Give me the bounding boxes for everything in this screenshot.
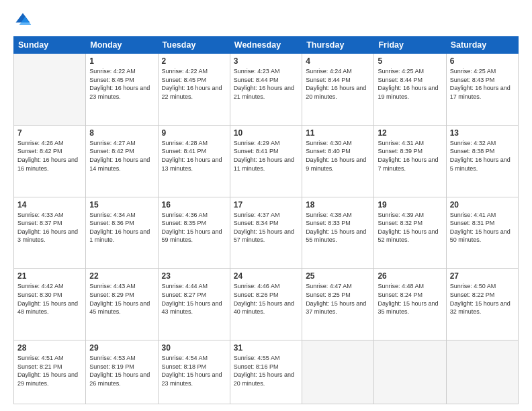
calendar-cell: 28Sunrise: 4:51 AMSunset: 8:21 PMDayligh… [14, 340, 86, 404]
calendar-week-row: 21Sunrise: 4:42 AMSunset: 8:30 PMDayligh… [14, 269, 519, 340]
calendar-week-row: 14Sunrise: 4:33 AMSunset: 8:37 PMDayligh… [14, 197, 519, 269]
day-number: 27 [450, 271, 515, 281]
calendar-cell: 20Sunrise: 4:41 AMSunset: 8:31 PMDayligh… [446, 197, 518, 269]
weekday-header: Saturday [446, 37, 518, 54]
day-info: Sunrise: 4:25 AMSunset: 8:43 PMDaylight:… [450, 67, 515, 101]
calendar-cell: 26Sunrise: 4:48 AMSunset: 8:24 PMDayligh… [374, 269, 446, 340]
day-info: Sunrise: 4:22 AMSunset: 8:45 PMDaylight:… [89, 67, 154, 101]
day-info: Sunrise: 4:39 AMSunset: 8:32 PMDaylight:… [378, 211, 442, 244]
weekday-header: Tuesday [158, 37, 230, 54]
calendar-cell: 23Sunrise: 4:44 AMSunset: 8:27 PMDayligh… [158, 269, 230, 340]
day-number: 20 [450, 200, 515, 210]
day-number: 2 [162, 56, 226, 66]
weekday-header: Thursday [302, 37, 374, 54]
day-info: Sunrise: 4:44 AMSunset: 8:27 PMDaylight:… [162, 282, 226, 316]
day-info: Sunrise: 4:37 AMSunset: 8:34 PMDaylight:… [234, 211, 298, 244]
day-number: 13 [450, 128, 515, 138]
calendar-cell: 5Sunrise: 4:25 AMSunset: 8:44 PMDaylight… [374, 54, 446, 126]
calendar-cell: 10Sunrise: 4:29 AMSunset: 8:41 PMDayligh… [230, 125, 302, 197]
calendar-cell: 17Sunrise: 4:37 AMSunset: 8:34 PMDayligh… [230, 197, 302, 269]
logo-icon [13, 11, 32, 30]
page: SundayMondayTuesdayWednesdayThursdayFrid… [0, 0, 532, 411]
weekday-header-row: SundayMondayTuesdayWednesdayThursdayFrid… [14, 37, 519, 54]
calendar-cell: 6Sunrise: 4:25 AMSunset: 8:43 PMDaylight… [446, 54, 518, 126]
day-number: 16 [162, 200, 226, 210]
day-number: 12 [378, 128, 442, 138]
calendar-cell: 1Sunrise: 4:22 AMSunset: 8:45 PMDaylight… [86, 54, 158, 126]
day-number: 17 [234, 200, 298, 210]
calendar-cell: 3Sunrise: 4:23 AMSunset: 8:44 PMDaylight… [230, 54, 302, 126]
calendar-cell: 8Sunrise: 4:27 AMSunset: 8:42 PMDaylight… [86, 125, 158, 197]
calendar-cell: 16Sunrise: 4:36 AMSunset: 8:35 PMDayligh… [158, 197, 230, 269]
calendar-cell: 14Sunrise: 4:33 AMSunset: 8:37 PMDayligh… [14, 197, 86, 269]
logo [13, 11, 35, 30]
day-info: Sunrise: 4:46 AMSunset: 8:26 PMDaylight:… [234, 282, 298, 316]
calendar-cell: 24Sunrise: 4:46 AMSunset: 8:26 PMDayligh… [230, 269, 302, 340]
day-info: Sunrise: 4:53 AMSunset: 8:19 PMDaylight:… [89, 354, 154, 387]
calendar-week-row: 28Sunrise: 4:51 AMSunset: 8:21 PMDayligh… [14, 340, 519, 404]
calendar-cell: 18Sunrise: 4:38 AMSunset: 8:33 PMDayligh… [302, 197, 374, 269]
calendar-cell: 7Sunrise: 4:26 AMSunset: 8:42 PMDaylight… [14, 125, 86, 197]
day-info: Sunrise: 4:55 AMSunset: 8:16 PMDaylight:… [234, 354, 298, 387]
calendar-cell: 31Sunrise: 4:55 AMSunset: 8:16 PMDayligh… [230, 340, 302, 404]
day-number: 28 [17, 343, 82, 353]
calendar-cell: 13Sunrise: 4:32 AMSunset: 8:38 PMDayligh… [446, 125, 518, 197]
day-info: Sunrise: 4:31 AMSunset: 8:39 PMDaylight:… [378, 139, 442, 173]
day-number: 11 [306, 128, 370, 138]
day-number: 30 [162, 343, 226, 353]
day-number: 18 [306, 200, 370, 210]
day-number: 26 [378, 271, 442, 281]
day-info: Sunrise: 4:25 AMSunset: 8:44 PMDaylight:… [378, 67, 442, 101]
day-info: Sunrise: 4:48 AMSunset: 8:24 PMDaylight:… [378, 282, 442, 316]
day-info: Sunrise: 4:34 AMSunset: 8:36 PMDaylight:… [89, 211, 154, 244]
calendar-cell: 12Sunrise: 4:31 AMSunset: 8:39 PMDayligh… [374, 125, 446, 197]
day-number: 10 [234, 128, 298, 138]
day-number: 15 [89, 200, 154, 210]
weekday-header: Friday [374, 37, 446, 54]
day-number: 8 [89, 128, 154, 138]
day-info: Sunrise: 4:32 AMSunset: 8:38 PMDaylight:… [450, 139, 515, 173]
calendar: SundayMondayTuesdayWednesdayThursdayFrid… [13, 36, 519, 404]
day-number: 7 [17, 128, 82, 138]
day-number: 6 [450, 56, 515, 66]
day-info: Sunrise: 4:54 AMSunset: 8:18 PMDaylight:… [162, 354, 226, 387]
day-number: 14 [17, 200, 82, 210]
day-number: 24 [234, 271, 298, 281]
calendar-cell: 9Sunrise: 4:28 AMSunset: 8:41 PMDaylight… [158, 125, 230, 197]
calendar-cell: 19Sunrise: 4:39 AMSunset: 8:32 PMDayligh… [374, 197, 446, 269]
day-info: Sunrise: 4:27 AMSunset: 8:42 PMDaylight:… [89, 139, 154, 173]
day-number: 31 [234, 343, 298, 353]
day-info: Sunrise: 4:36 AMSunset: 8:35 PMDaylight:… [162, 211, 226, 244]
day-info: Sunrise: 4:38 AMSunset: 8:33 PMDaylight:… [306, 211, 370, 244]
calendar-cell [14, 54, 86, 126]
calendar-cell: 25Sunrise: 4:47 AMSunset: 8:25 PMDayligh… [302, 269, 374, 340]
calendar-cell [302, 340, 374, 404]
calendar-week-row: 1Sunrise: 4:22 AMSunset: 8:45 PMDaylight… [14, 54, 519, 126]
day-info: Sunrise: 4:23 AMSunset: 8:44 PMDaylight:… [234, 67, 298, 101]
day-info: Sunrise: 4:29 AMSunset: 8:41 PMDaylight:… [234, 139, 298, 173]
day-info: Sunrise: 4:43 AMSunset: 8:29 PMDaylight:… [89, 282, 154, 316]
day-number: 21 [17, 271, 82, 281]
calendar-cell: 15Sunrise: 4:34 AMSunset: 8:36 PMDayligh… [86, 197, 158, 269]
calendar-cell: 30Sunrise: 4:54 AMSunset: 8:18 PMDayligh… [158, 340, 230, 404]
calendar-cell: 21Sunrise: 4:42 AMSunset: 8:30 PMDayligh… [14, 269, 86, 340]
day-info: Sunrise: 4:33 AMSunset: 8:37 PMDaylight:… [17, 211, 82, 244]
day-number: 19 [378, 200, 442, 210]
calendar-cell: 2Sunrise: 4:22 AMSunset: 8:45 PMDaylight… [158, 54, 230, 126]
day-number: 4 [306, 56, 370, 66]
calendar-cell [446, 340, 518, 404]
calendar-week-row: 7Sunrise: 4:26 AMSunset: 8:42 PMDaylight… [14, 125, 519, 197]
day-info: Sunrise: 4:47 AMSunset: 8:25 PMDaylight:… [306, 282, 370, 316]
day-number: 3 [234, 56, 298, 66]
day-info: Sunrise: 4:42 AMSunset: 8:30 PMDaylight:… [17, 282, 82, 316]
day-info: Sunrise: 4:51 AMSunset: 8:21 PMDaylight:… [17, 354, 82, 387]
day-info: Sunrise: 4:26 AMSunset: 8:42 PMDaylight:… [17, 139, 82, 173]
calendar-cell: 27Sunrise: 4:50 AMSunset: 8:22 PMDayligh… [446, 269, 518, 340]
calendar-cell: 29Sunrise: 4:53 AMSunset: 8:19 PMDayligh… [86, 340, 158, 404]
weekday-header: Monday [86, 37, 158, 54]
day-number: 22 [89, 271, 154, 281]
weekday-header: Wednesday [230, 37, 302, 54]
day-info: Sunrise: 4:28 AMSunset: 8:41 PMDaylight:… [162, 139, 226, 173]
day-number: 23 [162, 271, 226, 281]
calendar-cell: 11Sunrise: 4:30 AMSunset: 8:40 PMDayligh… [302, 125, 374, 197]
